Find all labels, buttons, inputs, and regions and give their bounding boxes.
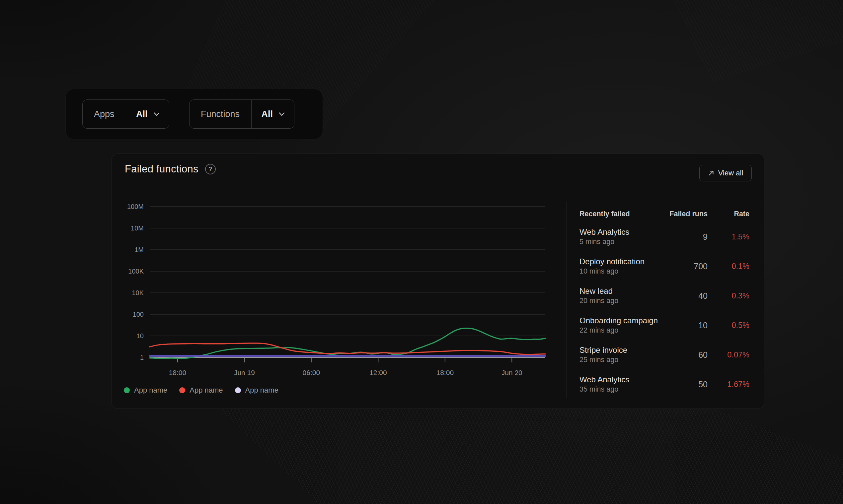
legend-item: App name xyxy=(124,386,167,395)
failure-rate: 0.3% xyxy=(710,291,750,301)
failed-time: 5 mins ago xyxy=(580,237,663,246)
filter-group-apps: AppsAll xyxy=(82,100,169,129)
failed-time: 10 mins ago xyxy=(580,267,663,276)
legend-dot xyxy=(124,387,130,393)
table-body: Web Analytics5 mins ago91.5%Deploy notif… xyxy=(580,227,750,394)
chevron-down-icon xyxy=(278,110,286,118)
failed-time: 25 mins ago xyxy=(580,355,663,364)
failure-rate: 0.07% xyxy=(710,350,750,359)
failure-rate: 1.67% xyxy=(710,380,750,389)
legend-dot xyxy=(179,387,185,393)
table-header-row: Recently failed Failed runs Rate xyxy=(580,209,750,218)
failure-rate: 0.5% xyxy=(710,321,750,330)
failed-runs-count: 700 xyxy=(665,262,708,271)
vertical-divider xyxy=(567,202,567,398)
chart-legend: App nameApp nameApp name xyxy=(124,386,278,395)
legend-item: App name xyxy=(179,386,223,395)
card-header: Failed functions ? xyxy=(125,163,216,175)
filter-group-functions: FunctionsAll xyxy=(189,100,294,129)
help-icon[interactable]: ? xyxy=(205,164,216,175)
table-row[interactable]: Onboarding campaign22 mins ago100.5% xyxy=(580,316,750,335)
legend-label: App name xyxy=(134,386,167,395)
function-name: Web Analytics xyxy=(580,375,663,385)
filter-value-label: All xyxy=(136,109,148,119)
chevron-down-icon xyxy=(153,110,160,118)
y-tick-label: 10K xyxy=(132,289,144,296)
failed-runs-count: 9 xyxy=(665,232,708,242)
view-all-label: View all xyxy=(718,169,743,177)
failure-rate: 1.5% xyxy=(710,232,750,241)
y-tick-label: 100M xyxy=(127,203,144,210)
table-header-recently-failed: Recently failed xyxy=(580,209,663,218)
card-title: Failed functions xyxy=(125,163,199,175)
y-tick-label: 10 xyxy=(136,332,144,340)
y-tick-label: 1M xyxy=(134,246,144,253)
y-tick-label: 10M xyxy=(131,224,144,232)
failed-runs-count: 40 xyxy=(665,291,708,301)
filter-value-dropdown[interactable]: All xyxy=(252,100,294,128)
table-row[interactable]: Web Analytics5 mins ago91.5% xyxy=(580,227,750,246)
table-row[interactable]: Deploy notification10 mins ago7000.1% xyxy=(580,257,750,276)
x-tick-label: 18:00 xyxy=(436,369,454,376)
legend-item: App name xyxy=(235,386,278,395)
legend-label: App name xyxy=(245,386,278,395)
arrow-up-right-icon xyxy=(708,170,715,176)
failed-time: 20 mins ago xyxy=(580,296,663,305)
legend-label: App name xyxy=(190,386,223,395)
function-name: New lead xyxy=(580,286,663,296)
y-tick-label: 100K xyxy=(128,268,144,275)
filter-bar: AppsAllFunctionsAll xyxy=(65,89,323,139)
function-name: Stripe invoice xyxy=(580,345,663,355)
failed-runs-count: 10 xyxy=(665,321,708,330)
table-row[interactable]: Stripe invoice25 mins ago600.07% xyxy=(580,345,750,364)
x-tick-label: Jun 19 xyxy=(234,369,255,376)
failed-time: 22 mins ago xyxy=(580,326,663,335)
failed-functions-card: 100M10M1M100K10K10010118:00Jun 1906:0012… xyxy=(111,154,764,409)
filter-group-label: Apps xyxy=(83,100,126,128)
table-header-rate: Rate xyxy=(710,209,750,218)
function-name: Deploy notification xyxy=(580,257,663,267)
function-name: Onboarding campaign xyxy=(580,316,663,326)
y-tick-label: 100 xyxy=(133,311,144,318)
x-tick-label: Jun 20 xyxy=(501,369,522,376)
question-mark-glyph: ? xyxy=(208,164,212,174)
function-name: Web Analytics xyxy=(580,227,663,237)
table-row[interactable]: New lead20 mins ago400.3% xyxy=(580,286,750,305)
failed-runs-count: 60 xyxy=(665,350,708,360)
table-row[interactable]: Web Analytics35 mins ago501.67% xyxy=(580,375,750,394)
x-tick-label: 18:00 xyxy=(169,369,187,376)
view-all-button[interactable]: View all xyxy=(699,165,752,181)
recently-failed-table: Recently failed Failed runs Rate Web Ana… xyxy=(580,209,750,394)
x-tick-label: 06:00 xyxy=(303,369,320,376)
failed-runs-count: 50 xyxy=(665,380,708,389)
y-tick-label: 1 xyxy=(140,354,144,361)
series-line xyxy=(150,343,545,355)
failed-time: 35 mins ago xyxy=(580,385,663,394)
filter-value-dropdown[interactable]: All xyxy=(126,100,169,128)
failure-rate: 0.1% xyxy=(710,262,750,271)
x-tick-label: 12:00 xyxy=(369,369,387,376)
filter-group-label: Functions xyxy=(190,100,251,128)
filter-value-label: All xyxy=(261,109,273,119)
legend-dot xyxy=(235,387,241,393)
table-header-failed-runs: Failed runs xyxy=(665,209,708,218)
